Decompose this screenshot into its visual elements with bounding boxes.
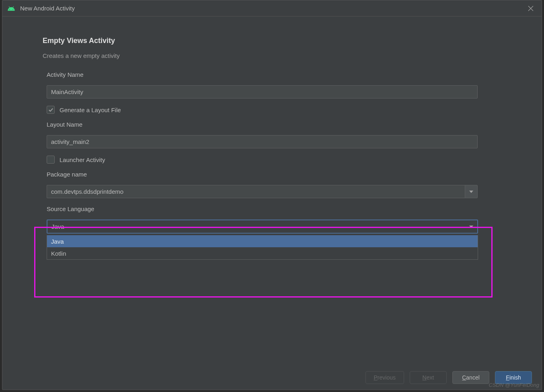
layout-name-input[interactable]	[47, 135, 478, 148]
dialog-titlebar: New Android Activity	[2, 0, 542, 16]
source-language-label: Source Language	[47, 205, 501, 212]
dialog-content: Empty Views Activity Creates a new empty…	[2, 16, 542, 365]
source-language-select[interactable]: Java Java Kotlin	[47, 220, 478, 260]
generate-layout-row[interactable]: Generate a Layout File	[47, 106, 501, 114]
package-name-input[interactable]	[47, 185, 465, 198]
source-language-option-kotlin[interactable]: Kotlin	[47, 247, 478, 259]
source-language-option-java[interactable]: Java	[47, 235, 478, 247]
watermark: CSDN @YunFeiDong	[489, 382, 539, 388]
activity-name-input[interactable]	[47, 85, 478, 99]
package-name-dropdown-button[interactable]	[465, 185, 478, 198]
form-section: Activity Name Generate a Layout File Lay…	[43, 71, 501, 260]
page-subtitle: Creates a new empty activity	[43, 52, 501, 59]
generate-layout-label: Generate a Layout File	[60, 107, 121, 113]
launcher-activity-checkbox[interactable]	[47, 156, 55, 164]
launcher-activity-label: Launcher Activity	[60, 156, 105, 163]
generate-layout-checkbox[interactable]	[47, 106, 55, 114]
previous-button: Previous	[365, 371, 404, 384]
activity-name-label: Activity Name	[47, 71, 501, 78]
launcher-activity-row[interactable]: Launcher Activity	[47, 156, 501, 164]
new-activity-dialog: New Android Activity Empty Views Activit…	[2, 0, 542, 390]
layout-name-label: Layout Name	[47, 121, 501, 128]
dialog-footer: Previous Next Cancel Finish CSDN @YunFei…	[2, 365, 542, 390]
android-icon	[7, 4, 15, 12]
package-name-wrapper	[47, 185, 478, 198]
next-button: Next	[410, 371, 447, 384]
source-language-trigger[interactable]: Java	[47, 220, 478, 234]
page-title: Empty Views Activity	[43, 37, 501, 45]
package-name-label: Package name	[47, 171, 501, 178]
dialog-title: New Android Activity	[20, 5, 525, 12]
source-language-options: Java Kotlin	[47, 235, 478, 260]
source-language-value: Java	[51, 223, 64, 230]
cancel-button[interactable]: Cancel	[452, 371, 489, 384]
close-button[interactable]	[525, 2, 537, 14]
chevron-down-icon	[469, 226, 473, 228]
